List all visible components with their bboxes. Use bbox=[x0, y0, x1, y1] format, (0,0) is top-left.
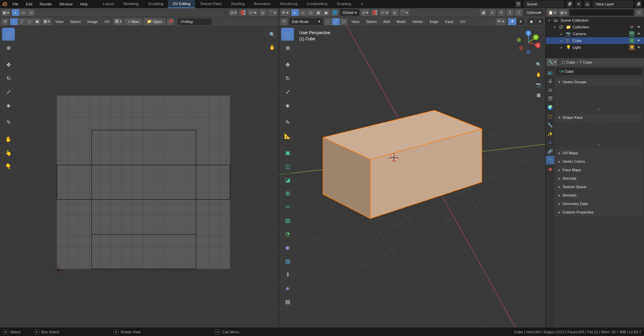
prop-tab-constraints[interactable]: 🔗 bbox=[546, 147, 554, 156]
edge-select-mode[interactable]: ╱ bbox=[332, 18, 340, 25]
prop-tab-mesh-data[interactable]: ▽ bbox=[546, 156, 554, 164]
outliner-light[interactable]: ▸💡Light 💡👁 bbox=[546, 44, 644, 51]
v3d-automerge[interactable]: ▽ bbox=[515, 9, 522, 16]
props-editor-type[interactable]: 🔧 ▾ bbox=[547, 59, 558, 66]
panel-shape-keys[interactable]: ▾Shape Keys bbox=[556, 113, 643, 121]
viewlayer-field[interactable]: View Layer bbox=[593, 1, 633, 7]
tool-bevel[interactable]: ◪ bbox=[281, 173, 294, 186]
tool-extrude-region[interactable]: ▣ bbox=[281, 146, 294, 159]
tool-shrink-fatten[interactable]: ⇕ bbox=[281, 268, 294, 281]
tab-scripting[interactable]: Scripting bbox=[332, 0, 356, 8]
menu-edit[interactable]: Edit bbox=[22, 0, 36, 8]
uv-menu-image[interactable]: Image bbox=[84, 18, 100, 26]
v3d-subtract-mode[interactable]: ▣ bbox=[322, 9, 330, 16]
uv-pan-icon[interactable]: ✋ bbox=[267, 43, 277, 52]
v3d-x-mirror[interactable]: X bbox=[489, 9, 496, 16]
v3d-proportional-toggle[interactable]: ◎ bbox=[391, 9, 398, 16]
v3d-z-mirror[interactable]: Z bbox=[506, 9, 514, 16]
drag-handle[interactable]: ⋮⋮⋮⋮ bbox=[556, 122, 643, 128]
v3d-y-mirror[interactable]: Y bbox=[497, 9, 505, 16]
menu-help[interactable]: Help bbox=[76, 0, 92, 8]
uvmap-name-field[interactable]: UVMap bbox=[178, 18, 212, 25]
scene-delete-icon[interactable]: ✕ bbox=[575, 1, 582, 7]
v3d-menu-uv[interactable]: UV bbox=[457, 18, 468, 26]
outliner-display-mode[interactable]: ▤ ▾ bbox=[559, 9, 568, 16]
zoom-icon[interactable]: 🔍 bbox=[534, 60, 543, 69]
prop-tab-modifiers[interactable]: 🔧 bbox=[546, 120, 554, 129]
panel-uv-maps[interactable]: ▸UV Maps bbox=[556, 149, 643, 157]
uv-tool-pinch[interactable]: 👇 bbox=[2, 160, 15, 173]
tab-animation[interactable]: Animation bbox=[249, 0, 275, 8]
gizmo-toggle[interactable]: ✥ bbox=[508, 18, 516, 25]
uv-open-image-button[interactable]: 📁Open bbox=[144, 18, 166, 25]
v3d-snap-toggle[interactable]: 🧲 bbox=[371, 9, 378, 16]
v3d-menu-edge[interactable]: Edge bbox=[427, 18, 441, 26]
tab-layout[interactable]: Layout bbox=[98, 0, 119, 8]
gizmo-dropdown[interactable]: ▾ bbox=[517, 18, 525, 25]
outliner-collection[interactable]: ▾☑📁Collection ☑👁 bbox=[546, 24, 644, 30]
face-select-mode[interactable]: ▢ bbox=[340, 18, 347, 25]
menu-file[interactable]: File bbox=[9, 0, 22, 8]
persp-ortho-icon[interactable]: ▦ bbox=[534, 90, 543, 99]
drag-handle[interactable]: ⋮⋮⋮⋮ bbox=[556, 86, 643, 92]
uv-vert-mode[interactable]: ▫ bbox=[10, 18, 18, 25]
uv-lasso-select[interactable]: ◫ bbox=[27, 9, 35, 16]
v3d-proportional-dropdown[interactable]: ⌒ ▾ bbox=[400, 9, 409, 16]
tab-shading[interactable]: Shading bbox=[226, 0, 249, 8]
tab-add-workspace[interactable]: + bbox=[356, 0, 368, 8]
uv-proportional-dropdown[interactable]: ⌒ ▾ bbox=[268, 9, 277, 16]
editor-type-dropdown[interactable]: ▦ ▾ bbox=[1, 9, 10, 16]
tool-shear[interactable]: ◈ bbox=[281, 282, 294, 294]
v3d-orientation-icon[interactable]: 🌐 bbox=[331, 9, 339, 16]
prop-tab-world[interactable]: 🌍 bbox=[546, 103, 554, 112]
panel-remesh[interactable]: ▸Remesh bbox=[556, 191, 643, 199]
outliner-scene-collection[interactable]: ▾🗂Scene Collection bbox=[546, 17, 644, 24]
tool-spin[interactable]: ◔ bbox=[281, 227, 294, 240]
v3d-menu-select[interactable]: Select bbox=[364, 18, 379, 26]
uv-sync-toggle[interactable]: ⇄ bbox=[1, 18, 9, 25]
uv-tool-cursor[interactable]: ⊕ bbox=[2, 41, 15, 54]
tool-loop-cut[interactable]: ⊞ bbox=[281, 187, 294, 200]
uv-tool-scale[interactable]: ⤢ bbox=[2, 85, 15, 98]
tool-transform[interactable]: ◈ bbox=[281, 99, 294, 112]
uv-tool-annotate[interactable]: ✎ bbox=[2, 116, 15, 129]
outliner[interactable]: ▾🗂Scene Collection ▾☑📁Collection ☑👁 ▸📷Ca… bbox=[546, 17, 644, 58]
v3d-orientation-dropdown[interactable]: Global▾ bbox=[340, 9, 360, 16]
v3d-box-select[interactable]: ▭ bbox=[299, 9, 306, 16]
panel-vertex-groups[interactable]: ▾Vertex Groups bbox=[556, 78, 643, 86]
scene-browse-icon[interactable]: 🎬 bbox=[515, 1, 522, 7]
overlay-dropdown[interactable]: ▾ bbox=[536, 18, 544, 25]
tab-compositing[interactable]: Compositing bbox=[302, 0, 332, 8]
outliner-search-input[interactable] bbox=[569, 9, 634, 16]
viewlayer-browse-icon[interactable]: 🗂 bbox=[584, 1, 591, 7]
tab-rendering[interactable]: Rendering bbox=[275, 0, 302, 8]
props-cube-label[interactable]: Cube bbox=[583, 60, 592, 64]
uv-tool-select[interactable]: ⬚ bbox=[2, 28, 15, 41]
panel-custom-properties[interactable]: ▸Custom Properties bbox=[556, 208, 643, 216]
tool-edge-slide[interactable]: ▧ bbox=[281, 254, 294, 267]
uv-tool-move[interactable]: ✥ bbox=[2, 58, 15, 71]
navigation-gizmo[interactable]: X Y Z bbox=[515, 29, 542, 56]
uv-box-select[interactable]: ▭ bbox=[20, 9, 27, 16]
uv-edge-mode[interactable]: ╱ bbox=[18, 18, 25, 25]
uv-tool-rotate[interactable]: ↻ bbox=[2, 72, 15, 85]
tool-scale[interactable]: ⤢ bbox=[281, 85, 294, 98]
v3d-menu-add[interactable]: Add bbox=[380, 18, 393, 26]
uv-zoom-icon[interactable]: 🔍 bbox=[267, 30, 277, 39]
prop-tab-scene[interactable]: 🎬 bbox=[546, 94, 554, 103]
vert-select-mode[interactable]: ▫ bbox=[324, 18, 332, 25]
panel-texture-space[interactable]: ▸Texture Space bbox=[556, 183, 643, 191]
prop-tab-material[interactable]: ◉ bbox=[546, 164, 554, 173]
tool-select-box[interactable]: ⬚ bbox=[281, 28, 294, 41]
uv-snap-toggle[interactable]: 🧲 bbox=[239, 9, 247, 16]
tool-poly-build[interactable]: ▨ bbox=[281, 214, 294, 227]
menu-render[interactable]: Render bbox=[36, 0, 56, 8]
prop-tab-object[interactable]: ▢ bbox=[546, 112, 554, 120]
uv-new-image-button[interactable]: +New bbox=[124, 18, 142, 25]
prop-tab-viewlayer[interactable]: 🗂 bbox=[546, 85, 554, 94]
v3d-tweak-select[interactable]: ▸ bbox=[291, 9, 299, 16]
uv-viewport[interactable]: ⬚ ⊕ ✥ ↻ ⤢ ◈ ✎ ✋ 👆 👇 🔍 ✋ /* grid lines ad… bbox=[0, 26, 279, 328]
tab-sculpting[interactable]: Sculpting bbox=[143, 0, 168, 8]
tool-measure[interactable]: 📐 bbox=[281, 129, 294, 142]
interaction-mode-dropdown[interactable]: Edit Mode▾ bbox=[289, 18, 323, 25]
